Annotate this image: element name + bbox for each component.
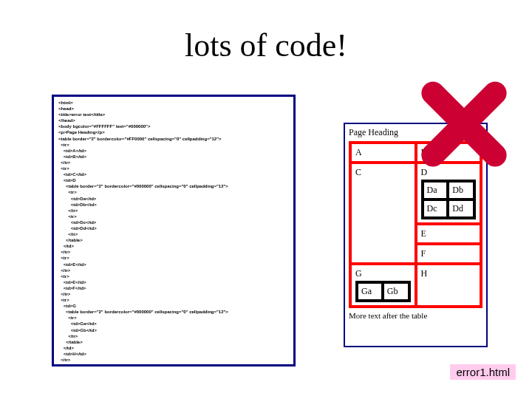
filename-caption: error1.html bbox=[450, 364, 516, 380]
cell-Gb: Gb bbox=[383, 282, 409, 301]
inner-table-D: Da Db Dc Dd bbox=[421, 180, 477, 219]
cell-H: H bbox=[416, 264, 482, 307]
cell-Dd: Dd bbox=[448, 200, 474, 218]
cell-A: A bbox=[350, 143, 416, 163]
cell-Ga: Ga bbox=[357, 282, 383, 301]
page-heading-text: Page Heading bbox=[349, 127, 482, 138]
table-row: Dc Dd bbox=[423, 200, 475, 218]
slide-title: lots of code! bbox=[0, 27, 532, 64]
cell-B: B bbox=[416, 143, 482, 163]
code-listing-box: <html> <head> <title>error test</title> … bbox=[52, 95, 296, 366]
cell-Dc: Dc bbox=[423, 200, 449, 218]
cell-D: D Da Db Dc Dd bbox=[416, 163, 482, 224]
cell-C: C bbox=[350, 163, 416, 264]
cell-Db: Db bbox=[448, 181, 474, 200]
cell-F: F bbox=[416, 244, 482, 264]
cell-G-label: G bbox=[355, 268, 362, 279]
table-row: G Ga Gb H bbox=[350, 264, 481, 307]
slide: lots of code! <html> <head> <title>error… bbox=[0, 0, 532, 399]
inner-table-G: Ga Gb bbox=[355, 281, 411, 302]
cell-Da: Da bbox=[423, 181, 449, 200]
table-row: C D Da Db Dc Dd bbox=[350, 163, 481, 224]
outer-table: A B C D Da Db bbox=[349, 141, 482, 308]
code-listing: <html> <head> <title>error test</title> … bbox=[58, 100, 289, 366]
table-row: Ga Gb bbox=[357, 282, 409, 301]
cell-E: E bbox=[416, 224, 482, 244]
rendered-html-box: Page Heading A B C D Da Db bbox=[344, 123, 488, 347]
cell-D-label: D bbox=[421, 167, 428, 177]
cell-G: G Ga Gb bbox=[350, 264, 416, 307]
table-row: A B bbox=[350, 143, 481, 163]
table-row: Da Db bbox=[423, 181, 475, 200]
after-table-text: More text after the table bbox=[349, 311, 482, 320]
